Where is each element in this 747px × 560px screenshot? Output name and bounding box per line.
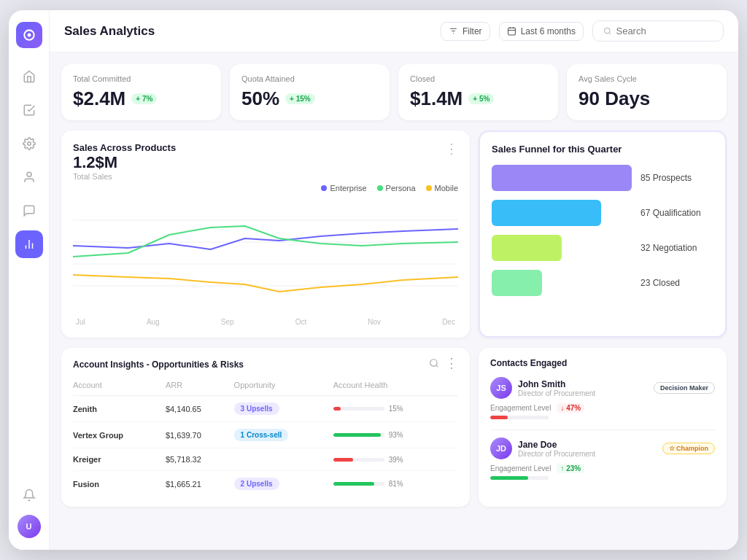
metric-value: $2.4M + 7% xyxy=(73,88,209,110)
metric-avg-sales-cycle: Avg Sales Cycle 90 Days xyxy=(567,64,727,120)
cell-arr: $1,665.21 xyxy=(166,471,234,497)
cell-opportunity: 1 Cross-sell xyxy=(234,422,333,448)
sidebar-item-users[interactable] xyxy=(15,163,43,191)
funnel-label: 85 Prospects xyxy=(640,173,713,183)
funnel-label: 23 Closed xyxy=(640,278,713,288)
sidebar: U xyxy=(9,10,50,550)
metric-value: 90 Days xyxy=(578,88,715,110)
svg-rect-10 xyxy=(508,28,515,35)
cell-opportunity xyxy=(234,448,333,471)
table-row: Kreiger$5,718.3239% xyxy=(73,448,458,471)
contacts-title: Contacts Engaged xyxy=(490,358,715,368)
chart-menu-button[interactable]: ⋮ xyxy=(445,142,458,155)
filter-button[interactable]: Filter xyxy=(441,22,490,41)
metric-label: Closed xyxy=(410,74,546,83)
contact-role: Director of Procurement xyxy=(518,450,595,458)
engagement-value: ↑ 23% xyxy=(557,464,584,473)
funnel-bars: 85 Prospects 67 Qualification xyxy=(492,165,713,296)
metric-total-committed: Total Committed $2.4M + 7% xyxy=(61,64,221,120)
x-axis-labels: Jul Aug Sep Oct Nov Dec xyxy=(73,318,458,326)
cell-opportunity: 3 Upsells xyxy=(234,396,333,422)
chart-title: Sales Across Products xyxy=(73,142,176,153)
contacts-card: Contacts Engaged JSJohn SmithDirector of… xyxy=(479,348,727,507)
metric-closed: Closed $1.4M + 5% xyxy=(398,64,558,120)
metric-quota-attained: Quota Attained 50% + 15% xyxy=(230,64,390,120)
svg-point-3 xyxy=(27,172,31,176)
table-row: Vertex Group$1,639.701 Cross-sell93% xyxy=(73,422,458,448)
date-range-button[interactable]: Last 6 months xyxy=(499,22,584,41)
funnel-label: 32 Negotiation xyxy=(640,243,713,253)
sidebar-item-settings[interactable] xyxy=(15,130,43,158)
funnel-label: 67 Qualification xyxy=(640,208,713,218)
search-input[interactable] xyxy=(616,26,713,36)
chart-header: Sales Across Products 1.2$M Total Sales … xyxy=(73,142,458,181)
contact-item: JSJohn SmithDirector of ProcurementDecis… xyxy=(490,377,715,419)
sidebar-item-analytics[interactable] xyxy=(15,230,43,258)
avatar: JS xyxy=(490,377,512,399)
content-area: Total Committed $2.4M + 7% Quota Attaine… xyxy=(50,52,738,550)
cell-account: Zenith xyxy=(73,396,166,422)
main-content: Sales Analytics Filter Last 6 months xyxy=(50,10,738,550)
table-search-icon[interactable] xyxy=(429,358,439,370)
svg-point-14 xyxy=(604,28,610,34)
bell-icon[interactable] xyxy=(15,481,43,509)
metrics-row: Total Committed $2.4M + 7% Quota Attaine… xyxy=(61,64,727,120)
page-header: Sales Analytics Filter Last 6 months xyxy=(50,10,738,52)
cell-account: Vertex Group xyxy=(73,422,166,448)
opportunity-badge: 3 Upsells xyxy=(234,402,279,415)
contact-divider xyxy=(490,429,715,430)
sidebar-item-messages[interactable] xyxy=(15,197,43,225)
metric-label: Total Committed xyxy=(73,74,209,83)
cell-health: 15% xyxy=(333,396,458,422)
metric-badge: + 5% xyxy=(468,93,494,104)
metric-badge: + 7% xyxy=(131,93,157,104)
app-logo xyxy=(16,22,42,48)
charts-row: Sales Across Products 1.2$M Total Sales … xyxy=(61,131,727,338)
cell-health: 93% xyxy=(333,422,458,448)
avatar: JD xyxy=(490,438,512,459)
funnel-row-prospects: 85 Prospects xyxy=(492,165,713,191)
table-row: Zenith$4,140.653 Upsells15% xyxy=(73,396,458,422)
col-arr: ARR xyxy=(166,378,234,396)
metric-label: Quota Attained xyxy=(241,74,378,83)
sidebar-item-tasks[interactable] xyxy=(15,96,43,124)
funnel-row-qualification: 67 Qualification xyxy=(492,200,713,226)
engagement-value: ↓ 47% xyxy=(557,403,584,413)
search-box xyxy=(592,20,724,42)
table-actions: ⋮ xyxy=(429,358,458,370)
header-controls: Filter Last 6 months xyxy=(441,20,724,42)
contacts-list: JSJohn SmithDirector of ProcurementDecis… xyxy=(490,377,715,480)
chart-total-label: Total Sales xyxy=(73,172,176,181)
engagement-label: Engagement Level xyxy=(490,464,551,472)
sales-chart-card: Sales Across Products 1.2$M Total Sales … xyxy=(61,131,470,338)
cell-opportunity: 2 Upsells xyxy=(234,471,333,497)
table-more-icon[interactable]: ⋮ xyxy=(445,358,458,370)
cell-arr: $5,718.32 xyxy=(166,448,234,471)
filter-icon xyxy=(449,26,458,36)
sidebar-item-home[interactable] xyxy=(15,63,43,90)
funnel-chart-card: Sales Funnel for this Quarter 85 Prospec… xyxy=(479,131,727,338)
page-title: Sales Analytics xyxy=(64,24,155,39)
col-account: Account xyxy=(73,378,166,396)
col-health: Account Health xyxy=(333,378,458,396)
chart-total-value: 1.2$M xyxy=(73,153,176,172)
sales-line-chart xyxy=(73,198,458,315)
cell-arr: $1,639.70 xyxy=(166,422,234,448)
chart-legend: Enterprise Persona Mobile xyxy=(73,184,458,192)
svg-point-20 xyxy=(430,359,437,366)
table-header-row: Account Insights - Opportunities & Risks… xyxy=(73,358,458,370)
cell-health: 81% xyxy=(333,471,458,497)
cell-arr: $4,140.65 xyxy=(166,396,234,422)
metric-value: 50% + 15% xyxy=(241,88,378,110)
contact-name: Jane Doe xyxy=(518,440,595,450)
opportunity-badge: 1 Cross-sell xyxy=(234,429,289,441)
insights-table-card: Account Insights - Opportunities & Risks… xyxy=(61,348,470,507)
svg-point-2 xyxy=(27,142,31,146)
table-row: Fusion$1,665.212 Upsells81% xyxy=(73,471,458,497)
metric-badge: + 15% xyxy=(285,93,315,104)
search-icon xyxy=(603,26,611,36)
cell-account: Fusion xyxy=(73,471,166,497)
opportunity-badge: 2 Upsells xyxy=(234,478,279,490)
metric-value: $1.4M + 5% xyxy=(410,88,546,110)
profile-avatar[interactable]: U xyxy=(18,515,41,538)
